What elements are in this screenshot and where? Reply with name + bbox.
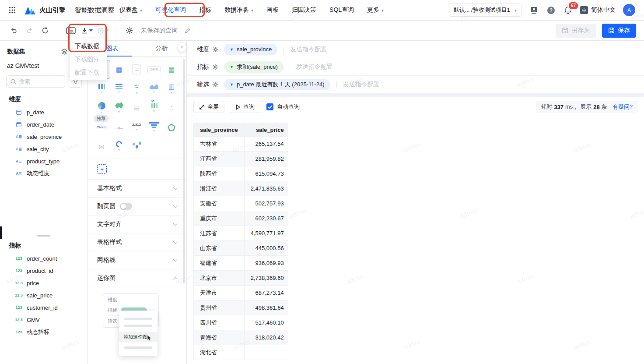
field-sale_price[interactable]: 12.3 sale_price [0, 289, 87, 301]
chart-type-pivot-table[interactable]: ▦ ▾ [110, 60, 128, 79]
table-row[interactable]: 重庆市 602,230.67 [194, 211, 288, 226]
settings-gear-icon[interactable] [123, 25, 135, 36]
nav-item-attribution[interactable]: 归因决策 ▾ [292, 6, 316, 14]
field-pill[interactable]: ▼ sale_province [224, 44, 277, 55]
auto-query-checkbox[interactable] [266, 103, 273, 110]
chart-type-trend-table[interactable]: ≈ ▾ [128, 60, 145, 79]
avatar[interactable]: A [623, 4, 635, 16]
field-price[interactable]: 12.3 price [0, 277, 87, 289]
chart-type-radar[interactable]: ▾ [163, 118, 180, 137]
field-product_type[interactable]: A≣ product_type [0, 155, 87, 167]
menu-item-configure-download[interactable]: 配置下载 [70, 66, 107, 79]
notifications-bell-icon[interactable]: 67 [563, 5, 573, 15]
help-icon[interactable]: ? [546, 5, 556, 15]
table-row[interactable]: 福建省 936,069.93 [194, 256, 288, 271]
chart-type-histogram[interactable]: ▁▄▂ ▾ [110, 118, 128, 137]
table-row[interactable]: 江西省 281,959.82 [194, 152, 288, 166]
section-grid-lines[interactable]: 网格线 [88, 251, 186, 269]
chart-type-horizontal-bar[interactable]: ▾ [110, 79, 128, 98]
table-row[interactable]: 浙江省 2,471,835.63 [194, 181, 288, 196]
chart-type-area[interactable]: ▾ [145, 79, 163, 98]
app-launcher-icon[interactable] [9, 7, 16, 14]
run-query-button[interactable]: 查询 [230, 101, 260, 113]
chart-type-combo[interactable]: ▾ [145, 99, 163, 117]
field-pill[interactable]: ▼ 求和(sale_price) [224, 61, 284, 73]
download-button[interactable] [81, 25, 93, 36]
menu-item-download-data[interactable]: 下载数据 [70, 39, 107, 53]
chart-type-funnel[interactable]: ▾ [145, 118, 163, 137]
nav-item-metrics[interactable]: 指标 ▾ [199, 6, 211, 14]
chart-type-okr-table[interactable]: OKR ▾ [145, 60, 163, 79]
language-selector[interactable]: 中 简体中文 [580, 6, 616, 14]
undo-button[interactable] [8, 25, 19, 36]
table-row[interactable]: 山东省 445,000.56 [194, 241, 288, 256]
shelf-gear-icon[interactable] [212, 81, 218, 88]
doubt-link[interactable]: 有疑问? [612, 103, 633, 111]
dataset-layers-icon[interactable] [61, 48, 68, 55]
chart-type-scatter[interactable]: ∴ ▾ [163, 99, 180, 117]
redo-button[interactable] [24, 25, 35, 36]
chart-type-pictorial-bar[interactable]: ▥ ▾ [163, 79, 180, 98]
alert-subscribe-button[interactable] [97, 25, 109, 36]
chart-type-waterfall[interactable]: ▾ [128, 137, 145, 156]
save-button[interactable]: 保存 [602, 24, 636, 38]
chart-type-word-cloud[interactable]: 推荐 Cloud ▾ [93, 118, 110, 137]
panel-scrollbar[interactable] [183, 59, 185, 283]
add-chart-button[interactable]: + [97, 164, 107, 174]
table-row[interactable]: 吉林省 265,137.54 [194, 137, 288, 152]
chart-type-gauge[interactable]: ▾ [110, 137, 128, 156]
table-row[interactable]: 四川省 517,460.10 [194, 315, 288, 330]
workbench-icon[interactable] [529, 5, 539, 15]
field-search-box[interactable] [6, 75, 65, 88]
section-sparkline[interactable]: 迷你图 [88, 269, 186, 287]
column-header[interactable]: sale_province [194, 123, 245, 137]
nav-item-canvas[interactable]: 画板 ▾ [266, 6, 279, 14]
field-customer_id[interactable]: 123 customer_id [0, 301, 87, 314]
nav-item-sql-query[interactable]: SQL查询 ▾ [329, 6, 354, 14]
section-basic-format[interactable]: 基本格式 [88, 180, 186, 198]
field-sale_province[interactable]: A≣ sale_province [0, 131, 87, 143]
chart-type-sankey[interactable]: ⋈ ▾ [93, 137, 110, 156]
collapse-panel-button[interactable]: ‹ [177, 42, 187, 52]
nav-item-more[interactable]: 更多 ▾ [367, 6, 384, 14]
chart-type-pie[interactable]: ▾ [93, 99, 110, 117]
sql-view-button[interactable]: SQL [65, 25, 77, 36]
chart-type-indicator-card[interactable]: 2.312 ▾ [128, 118, 145, 137]
shelf-gear-icon[interactable] [212, 46, 218, 53]
table-row-partial[interactable]: 湖北省 [194, 345, 288, 360]
search-input[interactable] [19, 78, 54, 85]
field-pill[interactable]: ▼ p_date 最近有数 1 天 (2025-11-24) [224, 79, 330, 90]
menu-item-download-image[interactable]: 下载图片 [70, 53, 107, 66]
chart-type-bar[interactable]: ▾ [93, 79, 110, 98]
table-row[interactable]: 贵州省 498,361.64 [194, 300, 288, 315]
field-product_id[interactable]: 123 product_id [0, 265, 87, 277]
section-text-align[interactable]: 文字对齐 [88, 216, 186, 233]
nav-item-visual-query[interactable]: 可视化查询 ▾ [155, 6, 186, 14]
table-row[interactable]: 天津市 687,273.14 [194, 286, 288, 300]
table-row[interactable]: 北京市 2,738,369.60 [194, 271, 288, 286]
project-select[interactable]: 默认... /验收测试项目1 ▾ [449, 4, 522, 17]
section-table-style[interactable]: 表格样式 [88, 233, 186, 251]
field-dynamic-dimension[interactable]: A≣ 动态维度 [0, 167, 87, 180]
section-paginator[interactable]: 翻页器 [88, 198, 186, 216]
chart-type-line[interactable]: ≈ ▾ [128, 79, 145, 98]
field-order_date[interactable]: order_date [0, 118, 87, 131]
field-order_count[interactable]: 123 order_count [0, 252, 87, 265]
fullscreen-button[interactable]: 全屏 [193, 101, 224, 113]
table-row[interactable]: 青海省 318,020.42 [194, 330, 288, 345]
field-dynamic-metric[interactable]: 123 动态指标 [0, 326, 87, 338]
chart-type-stacked[interactable]: ▤ ▾ [128, 99, 145, 117]
toggle-switch[interactable] [120, 203, 132, 210]
table-row[interactable]: 安徽省 502,757.93 [194, 196, 288, 211]
refresh-button[interactable] [39, 25, 51, 36]
field-p_date[interactable]: p_date [0, 106, 87, 118]
shelf-gear-icon[interactable] [212, 64, 218, 70]
table-row[interactable]: 陕西省 615,094.73 [194, 166, 288, 181]
column-header[interactable]: sale_price [244, 123, 288, 137]
edit-title-pencil-icon[interactable] [182, 25, 193, 36]
chart-type-map[interactable]: ▾ [110, 99, 128, 117]
field-GMV[interactable]: 12.3 GMV [0, 314, 87, 326]
nav-item-dashboard[interactable]: 仪表盘 ▾ [119, 6, 142, 14]
chart-type-detail-table[interactable]: ▦ ▾ [163, 60, 180, 79]
nav-item-data-prep[interactable]: 数据准备 ▾ [224, 6, 253, 14]
